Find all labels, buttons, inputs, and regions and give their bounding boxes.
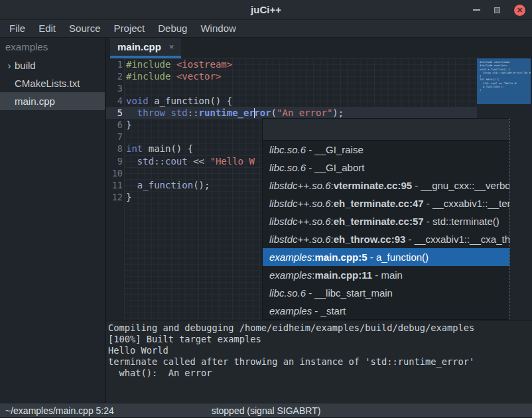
frame-lib: libc.so.6 xyxy=(269,287,306,299)
frame-file: eh_throw.cc:93 xyxy=(334,234,406,245)
tree-item-label: CMakeLists.txt xyxy=(15,74,80,92)
line-number: 4 xyxy=(106,95,124,107)
frame-lib: libstdc++.so.6 xyxy=(269,234,331,245)
terminal-output[interactable]: Compiling and debugging /home/eidheim/ex… xyxy=(106,320,532,403)
code-line: #include <vector> xyxy=(124,70,477,82)
minimize-icon[interactable] xyxy=(473,9,480,11)
code-token: ); xyxy=(332,107,344,118)
status-debug-state: stopped (signal SIGABRT) xyxy=(0,403,532,418)
menu-file[interactable]: File xyxy=(3,20,32,37)
backtrace-frame[interactable]: examples - _start xyxy=(263,302,509,320)
frame-file: eh_terminate.cc:57 xyxy=(334,216,424,227)
code-token: } xyxy=(126,119,131,130)
line-number: 8 xyxy=(106,143,124,155)
frame-lib: examples xyxy=(269,251,312,263)
code-token: runtime_er xyxy=(199,107,255,118)
tree-item-label: main.cpp xyxy=(15,92,55,110)
backtrace-frame[interactable]: libc.so.6 - __GI_raise xyxy=(263,141,509,159)
minimap-line: throw std::runtime_error("An error"); xyxy=(480,71,528,74)
backtrace-frame[interactable]: libstdc++.so.6:eh_terminate.cc:57 - std:… xyxy=(263,212,509,230)
backtrace-search-entry[interactable] xyxy=(263,119,509,141)
code-token: std xyxy=(170,107,187,118)
terminal-line: what(): An error xyxy=(108,368,532,379)
terminal-line: Compiling and debugging /home/eidheim/ex… xyxy=(108,322,532,334)
project-name: examples xyxy=(0,38,105,56)
sidebar-item-main-cpp[interactable]: main.cpp xyxy=(0,92,105,110)
code-token xyxy=(126,156,137,167)
line-number: 3 xyxy=(106,82,124,94)
terminal-line: terminate called after throwing an insta… xyxy=(108,356,532,368)
line-number: 7 xyxy=(106,131,124,143)
code-token: } xyxy=(126,192,131,202)
code-token: std xyxy=(137,156,154,167)
backtrace-frame[interactable]: libc.so.6 - __GI_abort xyxy=(263,159,509,176)
line-number: 12 xyxy=(106,191,124,203)
frame-file: vterminate.cc:95 xyxy=(334,180,412,191)
menu-edit[interactable]: Edit xyxy=(32,20,62,37)
backtrace-frame[interactable]: examples:main.cpp:11 - main xyxy=(263,266,509,284)
code-token: cout xyxy=(165,156,188,167)
code-token: "Hello W xyxy=(210,156,254,167)
code-token: "An error" xyxy=(277,107,332,118)
minimap-slider[interactable]: #include <iostream>#include <vector>void… xyxy=(477,58,531,104)
line-number: 2 xyxy=(106,70,124,82)
frame-lib: examples xyxy=(269,305,312,316)
window-controls: ✕ xyxy=(473,0,525,20)
close-icon[interactable]: ✕ xyxy=(514,5,525,16)
window-title: juCi++ xyxy=(0,0,532,20)
code-token: (); xyxy=(193,180,210,190)
backtrace-frame[interactable]: libstdc++.so.6:eh_terminate.cc:47 - __cx… xyxy=(263,194,509,212)
menu-window[interactable]: Window xyxy=(194,20,242,37)
code-token xyxy=(170,59,176,70)
line-number: 10 xyxy=(106,167,124,179)
frame-file: main.cpp:5 xyxy=(314,251,367,263)
frame-lib: examples xyxy=(269,269,312,281)
code-token xyxy=(126,180,137,190)
file-tree-sidebar: examples ›buildCMakeLists.txtmain.cpp xyxy=(0,38,106,403)
line-number: 9 xyxy=(106,155,124,167)
tab-close-icon[interactable]: × xyxy=(169,42,174,51)
code-line: void a_function() { xyxy=(124,95,477,107)
chevron-right-icon[interactable]: › xyxy=(4,56,15,74)
frame-file: main.cpp:11 xyxy=(314,269,372,281)
menubar: FileEditSourceProjectDebugWindow xyxy=(0,20,532,38)
menu-debug[interactable]: Debug xyxy=(151,20,194,37)
frame-lib: libc.so.6 xyxy=(269,144,306,155)
code-token: #include xyxy=(126,59,170,70)
restore-icon[interactable] xyxy=(494,7,500,13)
juci-window: juCi++ ✕ FileEditSourceProjectDebugWindo… xyxy=(0,0,532,418)
backtrace-list: libc.so.6 - __GI_raiselibc.so.6 - __GI_a… xyxy=(263,141,509,320)
code-token: #include xyxy=(126,71,170,82)
frame-lib: libstdc++.so.6 xyxy=(269,216,331,227)
backtrace-frame[interactable]: examples:main.cpp:5 - a_function() xyxy=(263,248,509,266)
code-token xyxy=(170,71,176,82)
titlebar: juCi++ ✕ xyxy=(0,0,532,20)
sidebar-item-cmakelists-txt[interactable]: CMakeLists.txt xyxy=(0,74,105,92)
code-token xyxy=(126,107,137,118)
line-number: 11 xyxy=(106,179,124,191)
code-token: ( xyxy=(271,107,277,118)
menu-source[interactable]: Source xyxy=(62,20,107,37)
line-number: 1 xyxy=(106,58,124,70)
frame-lib: libstdc++.so.6 xyxy=(269,198,331,209)
terminal-line: Hello World xyxy=(108,345,532,356)
frame-file: eh_terminate.cc:47 xyxy=(334,198,424,209)
code-token: :: xyxy=(154,156,165,167)
statusbar: ~/examples/main.cpp 5:24 stopped (signal… xyxy=(0,403,532,418)
menu-project[interactable]: Project xyxy=(107,20,152,37)
code-line xyxy=(124,82,477,94)
backtrace-frame[interactable]: libstdc++.so.6:eh_throw.cc:93 - __cxxabi… xyxy=(263,230,509,248)
backtrace-frame[interactable]: libstdc++.so.6:vterminate.cc:95 - __gnu_… xyxy=(263,176,509,194)
sidebar-item-build[interactable]: ›build xyxy=(0,56,105,74)
line-number-gutter[interactable]: 123456789101112 xyxy=(106,58,124,320)
tab-main-cpp[interactable]: main.cpp × xyxy=(110,38,181,58)
code-token: <vector> xyxy=(176,71,221,82)
code-token: ror xyxy=(254,107,271,118)
code-token: a_function xyxy=(137,180,193,190)
line-number: 6 xyxy=(106,119,124,131)
frame-lib: libstdc++.so.6 xyxy=(269,180,331,191)
code-token: void xyxy=(126,96,149,106)
file-tree: ›buildCMakeLists.txtmain.cpp xyxy=(0,56,105,110)
backtrace-frame[interactable]: libc.so.6 - __libc_start_main xyxy=(263,284,509,302)
line-number: 5 xyxy=(106,107,124,119)
